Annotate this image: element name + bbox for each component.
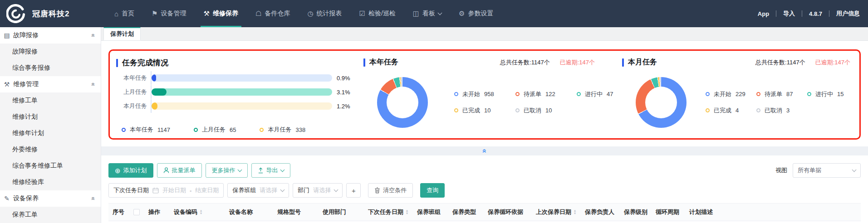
device-maintain-icon: ✎ (3, 195, 10, 202)
add-filter-button[interactable]: + (346, 183, 361, 198)
sidebar-item-维修经验库[interactable]: 维修经验库 (0, 174, 101, 190)
navbar-link-用户信息[interactable]: 用户信息 (836, 10, 860, 18)
section-title: 本年任务 (369, 58, 398, 67)
nav-item-检验/巡检[interactable]: ☑检验/巡检 (351, 0, 404, 27)
nav-item-看板[interactable]: ◫看板 (404, 0, 450, 27)
batch-dispatch-button[interactable]: 批量派单 (157, 163, 202, 178)
tab-maintenance-plan[interactable]: 保养计划 (103, 27, 141, 40)
legend-item-未开始[interactable]: 未开始958 (454, 90, 515, 98)
tab-bar: 保养计划 (101, 27, 868, 41)
nav-item-统计报表[interactable]: ◷统计报表 (299, 0, 350, 27)
sidebar-group-维修管理[interactable]: ⚒维修管理« (0, 76, 101, 92)
legend-item-已完成[interactable]: 已完成4 (706, 107, 756, 115)
more-actions-button[interactable]: 更多操作 (206, 163, 248, 178)
legend-item-上月任务[interactable]: 上月任务65 (194, 126, 236, 134)
collapse-group-icon[interactable]: « (90, 82, 97, 86)
section-task-completion: 任务完成情况 本年任务0.9%上月任务3.1%本月任务1.2% 本年任务1147… (110, 51, 357, 138)
column-header-下次任务日期[interactable]: 下次任务日期▲▼ (364, 204, 413, 221)
column-header-使用部门: 使用部门 (319, 204, 364, 221)
person-icon (163, 167, 169, 174)
nav-item-首页[interactable]: ⌂首页 (106, 0, 143, 27)
bar-track (152, 88, 332, 96)
legend-ring (756, 108, 760, 112)
legend-item-待派单[interactable]: 待派单122 (515, 90, 577, 98)
clear-filters-button[interactable]: 清空条件 (368, 183, 413, 198)
select-all-checkbox[interactable] (133, 209, 140, 215)
collapse-dashboard-toggle[interactable]: « (101, 146, 868, 155)
add-plan-button[interactable]: ⊕ 添加计划 (108, 163, 153, 178)
navbar-link-4.8.7[interactable]: 4.8.7 (809, 10, 822, 17)
sidebar-item-外委维修[interactable]: 外委维修 (0, 141, 101, 158)
section-month-tasks: 本月任务 总共任务数:1147个 已逾期:147个 未开始229待派单87进行中… (616, 51, 857, 138)
start-date-placeholder[interactable]: 开始日期 (162, 186, 186, 194)
legend-ring (515, 108, 520, 112)
top-navbar: 冠唐科技2 ⌂首页⚑设备管理⚒维修保养☖备件仓库◷统计报表☑检验/巡检◫看板⚙参… (0, 0, 868, 27)
inspection-icon: ☑ (359, 10, 365, 18)
bar-value-label: 3.1% (337, 89, 350, 96)
collapse-group-icon[interactable]: « (90, 197, 97, 200)
total-tasks-text: 总共任务数:1147个 (755, 58, 805, 67)
section-title: 本月任务 (628, 58, 657, 67)
nav-item-备件仓库[interactable]: ☖备件仓库 (247, 0, 299, 27)
donut-chart-year (377, 77, 428, 128)
navbar-right: App导入4.8.7用户信息 (758, 10, 868, 18)
bar-category-label: 本月任务 (116, 102, 151, 110)
legend-item-本年任务[interactable]: 本年任务1147 (122, 126, 170, 134)
sort-icon[interactable]: ▲▼ (199, 210, 202, 215)
repair-manage-icon: ⚒ (3, 81, 10, 88)
bar-fill (152, 88, 167, 96)
filter-bar: 下次任务日期 开始日期 - 结束日期 保养班组 请选择 部门 请选择 + (108, 183, 861, 198)
bar-row-本月任务: 本月任务1.2% (116, 102, 357, 110)
end-date-placeholder[interactable]: 结束日期 (195, 186, 219, 194)
nav-item-参数设置[interactable]: ⚙参数设置 (450, 0, 502, 27)
bar-fill (152, 74, 156, 82)
view-select[interactable]: 所有单据 (793, 163, 861, 178)
donut-legend: 未开始229待派单87进行中15 已完成4已取消3 (706, 90, 858, 115)
maintenance-team-select[interactable]: 保养班组 请选择 (227, 183, 289, 198)
navbar-link-导入[interactable]: 导入 (783, 10, 795, 18)
add-icon: ⊕ (115, 167, 121, 174)
column-header-上次保养日期[interactable]: 上次保养日期▲▼ (532, 204, 581, 221)
legend-item-已取消[interactable]: 已取消10 (515, 107, 577, 115)
settings-icon: ⚙ (459, 10, 465, 18)
sort-icon[interactable]: ▲▼ (573, 210, 576, 215)
sidebar-item-综合事务维修工单[interactable]: 综合事务维修工单 (0, 158, 101, 174)
donut-chart-month (636, 77, 687, 128)
column-header-设备名称: 设备名称 (226, 204, 274, 221)
chevron-down-icon (334, 187, 338, 192)
home-icon: ⌂ (114, 10, 118, 18)
sidebar-group-设备保养[interactable]: ✎设备保养« (0, 190, 101, 207)
sidebar-item-维修计划[interactable]: 维修计划 (0, 109, 101, 125)
sidebar-group-故障报修[interactable]: ▤故障报修« (0, 27, 101, 44)
column-header-设备编码[interactable]: 设备编码▲▼ (170, 204, 226, 221)
legend-item-待派单[interactable]: 待派单87 (756, 90, 807, 98)
legend-ring (454, 108, 458, 112)
nav-item-维修保养[interactable]: ⚒维修保养 (195, 0, 247, 27)
query-button[interactable]: 查询 (420, 183, 445, 198)
legend-ring (515, 92, 520, 96)
chevron-up-icon: « (481, 149, 488, 153)
legend-item-未开始[interactable]: 未开始229 (706, 90, 756, 98)
sidebar-item-故障报修[interactable]: 故障报修 (0, 44, 101, 60)
sidebar-item-维修工单[interactable]: 维修工单 (0, 92, 101, 109)
title-accent-bar (363, 58, 365, 67)
legend-item-已完成[interactable]: 已完成10 (454, 107, 515, 115)
department-select[interactable]: 部门 请选择 (293, 183, 343, 198)
column-header-保养负责人: 保养负责人 (581, 204, 620, 221)
sort-icon[interactable]: ▲▼ (405, 210, 408, 215)
column-header-保养班组: 保养班组 (413, 204, 449, 221)
divider (776, 10, 776, 17)
legend-item-进行中[interactable]: 进行中15 (807, 90, 858, 98)
collapse-group-icon[interactable]: « (90, 34, 97, 37)
legend-item-已取消[interactable]: 已取消3 (756, 107, 807, 115)
export-button[interactable]: 导出 (251, 163, 290, 178)
legend-item-本月任务[interactable]: 本月任务338 (260, 126, 305, 134)
chevron-down-icon (280, 167, 284, 172)
nav-item-设备管理[interactable]: ⚑设备管理 (143, 0, 195, 27)
title-accent-bar (116, 59, 118, 67)
sidebar-item-综合事务报修[interactable]: 综合事务报修 (0, 60, 101, 76)
navbar-link-App[interactable]: App (758, 10, 769, 17)
next-task-date-range[interactable]: 下次任务日期 开始日期 - 结束日期 (108, 183, 224, 198)
sidebar-item-保养工单[interactable]: 保养工单 (0, 207, 101, 223)
sidebar-item-维修年计划[interactable]: 维修年计划 (0, 125, 101, 141)
